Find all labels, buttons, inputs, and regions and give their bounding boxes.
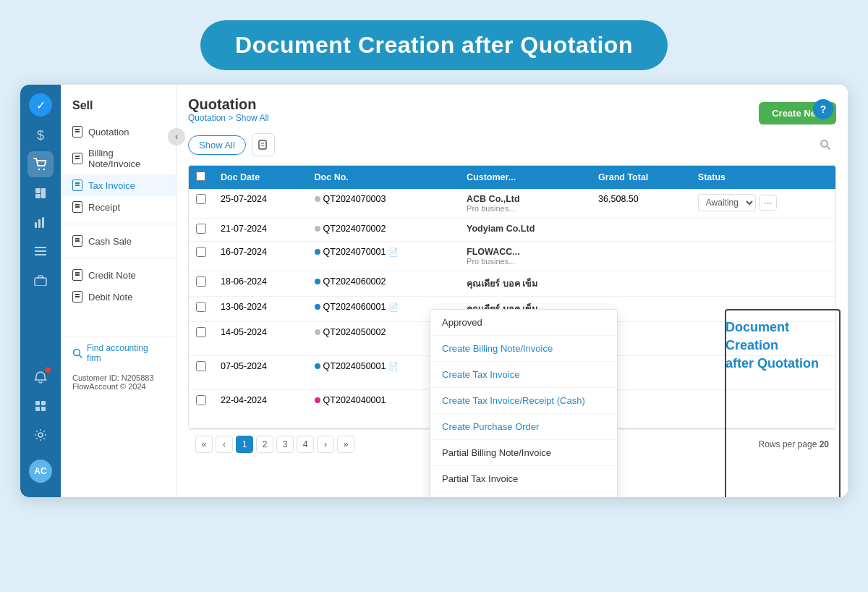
find-accounting-firm-link[interactable]: Find accounting firm: [61, 337, 176, 369]
dropdown-item-partial-tax-invoice[interactable]: Partial Tax Invoice: [430, 466, 617, 492]
table-header-row: Doc Date Doc No. Customer... Grand Total…: [189, 166, 835, 189]
nav-item-debit-note[interactable]: Debit Note: [61, 286, 176, 308]
row-status-1: Awaiting ···: [691, 189, 835, 219]
row-checkbox-3[interactable]: [189, 242, 213, 271]
sidebar-bell-icon[interactable]: [27, 364, 54, 390]
sidebar-check-icon[interactable]: ✓: [29, 93, 52, 117]
left-nav: Sell Quotation Billing Note/Invoice Tax …: [61, 85, 176, 497]
credit-note-doc-icon: [72, 269, 82, 281]
svg-rect-12: [35, 401, 40, 405]
nav-divider-1: [61, 224, 176, 224]
customer-id: Customer ID: N205883: [72, 373, 164, 382]
sidebar-briefcase-icon[interactable]: [27, 267, 54, 293]
row-status-2: [691, 219, 835, 242]
col-grand-total[interactable]: Grand Total: [591, 166, 691, 189]
table-row: 16-07-2024 QT2024070001 📄 FLOWACC...Pro …: [189, 242, 835, 271]
select-all-checkbox[interactable]: [196, 172, 205, 181]
app-window: ✓ $ AC Sell: [20, 85, 848, 497]
svg-rect-19: [259, 140, 266, 149]
page-last-button[interactable]: »: [337, 436, 354, 453]
row-date-5: 13-06-2024: [213, 297, 307, 322]
svg-point-16: [38, 433, 43, 437]
row-checkbox-8[interactable]: [189, 390, 213, 428]
row-date-4: 18-06-2024: [213, 271, 307, 297]
row-docno-3: QT2024070001 📄: [307, 242, 459, 271]
toolbar: Show All: [188, 133, 836, 156]
nav-item-cash-sale[interactable]: Cash Sale: [61, 230, 176, 252]
nav-item-credit-note[interactable]: Credit Note: [61, 264, 176, 286]
more-options-button-1[interactable]: ···: [759, 195, 778, 211]
annotation-label: Document Creationafter Quotation: [726, 318, 838, 373]
dropdown-item-create-tax-invoice-cash[interactable]: Create Tax Invoice/Receipt (Cash): [430, 388, 617, 414]
sidebar-grid-icon[interactable]: [27, 393, 54, 419]
row-docno-1: QT2024070003: [307, 189, 459, 219]
row-date-7: 07-05-2024: [213, 356, 307, 390]
row-date-2: 21-07-2024: [213, 219, 307, 242]
export-button[interactable]: [252, 133, 275, 156]
svg-rect-3: [35, 194, 41, 198]
col-customer[interactable]: Customer...: [459, 166, 591, 189]
dropdown-item-create-purchase-order[interactable]: Create Purchase Order: [430, 414, 617, 440]
dropdown-item-partial-tax-invoice-cash[interactable]: Partial Tax Invoice/Receipt (Cash): [430, 492, 617, 497]
quotation-title-group: Quotation Quotation > Show All: [188, 96, 269, 130]
dropdown-item-create-tax-invoice[interactable]: Create Tax Invoice: [430, 362, 617, 388]
sidebar-cart-icon[interactable]: [27, 151, 54, 177]
page-2-button[interactable]: 2: [256, 436, 273, 453]
sidebar-gear-icon[interactable]: [27, 422, 54, 448]
row-checkbox-6[interactable]: [189, 322, 213, 356]
sidebar-layers-icon[interactable]: [27, 180, 54, 206]
page-4-button[interactable]: 4: [297, 436, 314, 453]
row-checkbox-7[interactable]: [189, 356, 213, 390]
search-button[interactable]: [814, 134, 836, 156]
table-row: 18-06-2024 QT2024060002 คุณเดียร์ บอค เข…: [189, 271, 835, 297]
tax-invoice-doc-icon: [72, 179, 82, 191]
sidebar-signal-icon[interactable]: [27, 238, 54, 264]
dropdown-item-approved[interactable]: Approved: [430, 310, 617, 336]
customer-info: Customer ID: N205883 FlowAccount © 2024: [61, 369, 176, 398]
help-button[interactable]: ?: [813, 99, 833, 119]
sidebar-chart-icon[interactable]: [27, 209, 54, 235]
col-doc-no[interactable]: Doc No.: [307, 166, 459, 189]
user-avatar[interactable]: AC: [29, 460, 52, 483]
billing-doc-icon: [72, 153, 82, 164]
row-customer-2: Yodyiam Co.Ltd: [459, 219, 591, 242]
row-checkbox-5[interactable]: [189, 297, 213, 322]
svg-rect-4: [41, 188, 46, 198]
content-area: Quotation Quotation > Show All Create Ne…: [176, 85, 848, 497]
svg-line-23: [827, 146, 830, 149]
svg-line-18: [79, 355, 81, 357]
row-checkbox-2[interactable]: [189, 219, 213, 242]
header-banner: Document Creation after Quotation: [0, 0, 868, 85]
col-status[interactable]: Status: [691, 166, 835, 189]
copyright: FlowAccount © 2024: [72, 382, 164, 391]
sidebar-dollar-icon[interactable]: $: [27, 122, 54, 148]
page-3-button[interactable]: 3: [276, 436, 294, 453]
collapse-nav-button[interactable]: ‹: [168, 128, 185, 145]
col-doc-date[interactable]: Doc Date: [213, 166, 307, 189]
page-first-button[interactable]: «: [195, 436, 213, 453]
dropdown-item-partial-billing[interactable]: Partial Billing Note/Invoice: [430, 440, 617, 466]
svg-point-1: [43, 169, 45, 170]
left-nav-title: Sell: [61, 93, 176, 121]
svg-rect-13: [41, 401, 46, 405]
row-checkbox-4[interactable]: [189, 271, 213, 297]
page-1-button[interactable]: 1: [236, 436, 253, 453]
cash-sale-doc-icon: [72, 235, 82, 247]
row-docno-4: QT2024060002: [307, 271, 459, 297]
svg-rect-11: [35, 278, 46, 286]
nav-item-receipt[interactable]: Receipt: [61, 196, 176, 218]
table-row: 21-07-2024 QT2024070002 Yodyiam Co.Ltd: [189, 219, 835, 242]
row-date-6: 14-05-2024: [213, 322, 307, 356]
row-date-8: 22-04-2024: [213, 390, 307, 428]
page-next-button[interactable]: ›: [317, 436, 334, 453]
status-select-1[interactable]: Awaiting: [698, 194, 756, 211]
show-all-button[interactable]: Show All: [188, 135, 246, 155]
status-dropdown-menu: Approved Create Billing Note/Invoice Cre…: [430, 309, 618, 497]
dropdown-item-create-billing[interactable]: Create Billing Note/Invoice: [430, 336, 617, 362]
page-prev-button[interactable]: ‹: [216, 436, 233, 453]
nav-item-tax-invoice[interactable]: Tax Invoice: [61, 174, 176, 196]
nav-item-quotation[interactable]: Quotation: [61, 121, 176, 143]
header-title: Document Creation after Quotation: [235, 32, 633, 58]
row-checkbox-1[interactable]: [189, 189, 213, 219]
nav-item-billing-note[interactable]: Billing Note/Invoice: [61, 143, 176, 174]
